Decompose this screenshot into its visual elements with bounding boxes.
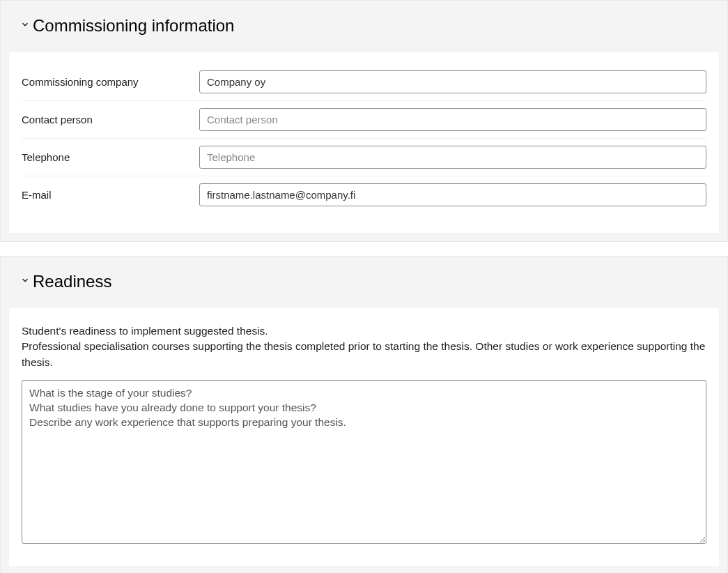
readiness-desc-line1: Student's readiness to implement suggest…	[22, 323, 706, 339]
readiness-textarea[interactable]	[22, 380, 706, 544]
contact-row: Contact person	[22, 101, 706, 139]
commissioning-title: Commissioning information	[33, 16, 234, 36]
readiness-body: Student's readiness to implement suggest…	[9, 308, 719, 566]
telephone-input[interactable]	[199, 146, 706, 169]
contact-label: Contact person	[22, 114, 199, 125]
commissioning-panel: Commissioning information Commissioning …	[0, 0, 728, 242]
readiness-desc-line2: Professional specialisation courses supp…	[22, 339, 706, 370]
email-label: E-mail	[22, 189, 199, 201]
email-input[interactable]	[199, 183, 706, 206]
commissioning-body: Commissioning company Contact person Tel…	[9, 52, 719, 233]
contact-input[interactable]	[199, 108, 706, 131]
commissioning-header[interactable]: Commissioning information	[1, 1, 727, 44]
telephone-row: Telephone	[22, 139, 706, 176]
telephone-label: Telephone	[22, 151, 199, 163]
readiness-panel: Readiness Student's readiness to impleme…	[0, 256, 728, 573]
email-row: E-mail	[22, 176, 706, 213]
company-row: Commissioning company	[22, 63, 706, 101]
chevron-down-icon	[20, 275, 30, 288]
company-input[interactable]	[199, 70, 706, 93]
chevron-down-icon	[20, 20, 30, 32]
readiness-description: Student's readiness to implement suggest…	[22, 323, 706, 370]
readiness-header[interactable]: Readiness	[1, 257, 727, 300]
company-label: Commissioning company	[22, 76, 199, 88]
readiness-title: Readiness	[33, 272, 111, 291]
